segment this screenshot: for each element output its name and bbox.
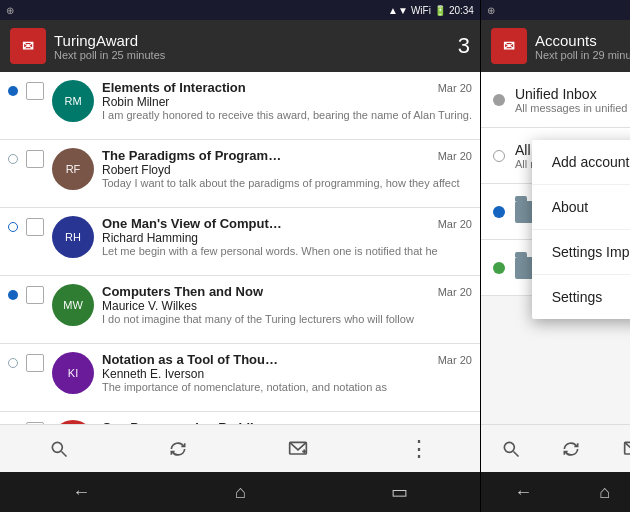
app-name-right: ⊕ xyxy=(487,5,495,16)
table-row[interactable]: JB Can Programming Be Liberated fro... M… xyxy=(0,412,480,424)
email-subject: Maurice V. Wilkes xyxy=(102,299,472,313)
read-dot xyxy=(8,222,18,232)
account-dot xyxy=(493,262,505,274)
account-dot xyxy=(493,206,505,218)
email-preview: The importance of nomenclature, notation… xyxy=(102,381,472,393)
email-checkbox[interactable] xyxy=(26,82,44,100)
right-toolbar: ⋮ xyxy=(481,424,630,472)
account-dot xyxy=(493,94,505,106)
app-name-left: ⊕ xyxy=(6,5,14,16)
email-date: Mar 20 xyxy=(438,354,472,366)
left-unread-count: 3 xyxy=(458,33,470,59)
table-row[interactable]: RF The Paradigms of Programming Mar 20 R… xyxy=(0,140,480,208)
table-row[interactable]: RH One Man's View of Computer Scien... M… xyxy=(0,208,480,276)
left-header-text: TuringAward Next poll in 25 minutes xyxy=(54,32,165,61)
email-content: Elements of Interaction Mar 20 Robin Mil… xyxy=(102,80,472,121)
email-date: Mar 20 xyxy=(438,286,472,298)
right-panel: ⊕ ▲▼ WiFi 🔋 20:38 ✉ Accounts Next poll i… xyxy=(480,0,630,512)
email-date: Mar 20 xyxy=(438,82,472,94)
email-preview: Let me begin with a few personal words. … xyxy=(102,245,472,257)
table-row[interactable]: MW Computers Then and Now Mar 20 Maurice… xyxy=(0,276,480,344)
right-header-text: Accounts Next poll in 29 minutes xyxy=(535,32,630,61)
email-content: The Paradigms of Programming Mar 20 Robe… xyxy=(102,148,472,189)
search-button[interactable] xyxy=(41,431,77,467)
home-button[interactable]: ⌂ xyxy=(223,476,258,509)
menu-item-settings-import-export[interactable]: Settings Import & Export xyxy=(532,230,630,275)
avatar: MW xyxy=(52,284,94,326)
read-dot xyxy=(8,358,18,368)
email-preview: I am greatly honored to receive this awa… xyxy=(102,109,472,121)
right-app-icon: ✉ xyxy=(491,28,527,64)
email-content: Notation as a Tool of Thought Mar 20 Ken… xyxy=(102,352,472,393)
compose-button[interactable] xyxy=(614,431,630,467)
unread-dot xyxy=(8,290,18,300)
menu-item-about[interactable]: About xyxy=(532,185,630,230)
svg-point-5 xyxy=(504,442,514,452)
left-time: 20:34 xyxy=(449,5,474,16)
back-button[interactable]: ← xyxy=(60,476,102,509)
dropdown-menu: Add account About Settings Import & Expo… xyxy=(532,140,630,319)
email-content: Computers Then and Now Mar 20 Maurice V.… xyxy=(102,284,472,325)
menu-item-settings[interactable]: Settings xyxy=(532,275,630,319)
account-dot xyxy=(493,150,505,162)
unread-dot xyxy=(8,86,18,96)
email-from: One Man's View of Computer Scien... xyxy=(102,216,282,231)
right-status-bar: ⊕ ▲▼ WiFi 🔋 20:38 xyxy=(481,0,630,20)
home-button[interactable]: ⌂ xyxy=(587,476,622,509)
email-date: Mar 20 xyxy=(438,150,472,162)
left-toolbar: ⋮ xyxy=(0,424,480,472)
svg-point-0 xyxy=(53,442,63,452)
email-from: The Paradigms of Programming xyxy=(102,148,282,163)
account-text: Unified Inbox All messages in unified fo… xyxy=(515,86,630,114)
email-subject: Kenneth E. Iverson xyxy=(102,367,472,381)
right-header: ✉ Accounts Next poll in 29 minutes 4 xyxy=(481,20,630,72)
email-checkbox[interactable] xyxy=(26,354,44,372)
email-subject: Richard Hamming xyxy=(102,231,472,245)
left-nav-bar: ← ⌂ ▭ xyxy=(0,472,480,512)
back-button[interactable]: ← xyxy=(502,476,544,509)
email-preview: Today I want to talk about the paradigms… xyxy=(102,177,472,189)
left-header: ✉ TuringAward Next poll in 25 minutes 3 xyxy=(0,20,480,72)
email-checkbox[interactable] xyxy=(26,218,44,236)
avatar: RH xyxy=(52,216,94,258)
avatar: RF xyxy=(52,148,94,190)
left-account-title: TuringAward xyxy=(54,32,165,49)
recent-button[interactable]: ▭ xyxy=(379,475,420,509)
svg-line-1 xyxy=(62,451,67,456)
email-checkbox[interactable] xyxy=(26,150,44,168)
list-item[interactable]: Unified Inbox All messages in unified fo… xyxy=(481,72,630,128)
avatar: RM xyxy=(52,80,94,122)
account-name: Unified Inbox xyxy=(515,86,630,102)
email-content: One Man's View of Computer Scien... Mar … xyxy=(102,216,472,257)
email-date: Mar 20 xyxy=(438,218,472,230)
table-row[interactable]: KI Notation as a Tool of Thought Mar 20 … xyxy=(0,344,480,412)
right-header-left: ✉ Accounts Next poll in 29 minutes xyxy=(491,28,630,64)
right-nav-bar: ← ⌂ ▭ xyxy=(481,472,630,512)
table-row[interactable]: RM Elements of Interaction Mar 20 Robin … xyxy=(0,72,480,140)
left-poll-subtitle: Next poll in 25 minutes xyxy=(54,49,165,61)
compose-button[interactable] xyxy=(279,431,317,467)
read-dot xyxy=(8,154,18,164)
account-sub: All messages in unified folders xyxy=(515,102,630,114)
email-subject: Robert Floyd xyxy=(102,163,472,177)
email-checkbox[interactable] xyxy=(26,286,44,304)
more-button[interactable]: ⋮ xyxy=(400,428,439,470)
svg-line-6 xyxy=(514,451,519,456)
email-from: Computers Then and Now xyxy=(102,284,263,299)
refresh-button[interactable] xyxy=(553,431,589,467)
avatar: KI xyxy=(52,352,94,394)
left-status-bar: ⊕ ▲▼ WiFi 🔋 20:34 xyxy=(0,0,480,20)
email-from: Elements of Interaction xyxy=(102,80,246,95)
left-header-left: ✉ TuringAward Next poll in 25 minutes xyxy=(10,28,458,64)
left-status-icons: ▲▼ WiFi 🔋 20:34 xyxy=(388,5,474,16)
right-account-title: Accounts xyxy=(535,32,630,49)
left-app-icon: ✉ xyxy=(10,28,46,64)
email-from: Notation as a Tool of Thought xyxy=(102,352,282,367)
menu-item-add-account[interactable]: Add account xyxy=(532,140,630,185)
left-panel: ⊕ ▲▼ WiFi 🔋 20:34 ✉ TuringAward Next pol… xyxy=(0,0,480,512)
search-button[interactable] xyxy=(493,431,529,467)
refresh-button[interactable] xyxy=(160,431,196,467)
email-subject: Robin Milner xyxy=(102,95,472,109)
email-preview: I do not imagine that many of the Turing… xyxy=(102,313,472,325)
left-email-list: RM Elements of Interaction Mar 20 Robin … xyxy=(0,72,480,424)
